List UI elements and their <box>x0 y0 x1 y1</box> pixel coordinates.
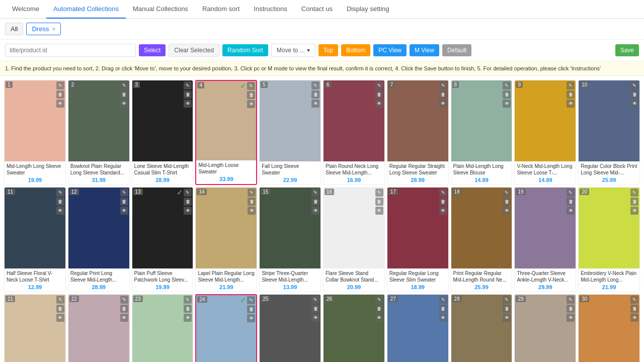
delete-icon[interactable]: 🗑 <box>120 305 128 313</box>
delete-icon[interactable]: 🗑 <box>120 90 128 99</box>
eye-icon[interactable]: 👁 <box>120 100 128 108</box>
product-card[interactable]: 23 ✎ 🗑 👁 Print Regular Regular Mid-Lengt… <box>132 294 194 362</box>
edit-icon[interactable]: ✎ <box>247 296 255 304</box>
delete-icon[interactable]: 🗑 <box>248 198 256 206</box>
eye-icon[interactable]: 👁 <box>439 100 447 108</box>
product-card[interactable]: 15 ✎ 🗑 👁 Stripe Three-Quarter Sleeve Mid… <box>259 187 321 292</box>
product-card[interactable]: 14 ✎ 🗑 👁 Lapel Plain Regular Long Sleeve… <box>195 187 257 292</box>
edit-icon[interactable]: ✎ <box>630 296 638 304</box>
delete-icon[interactable]: 🗑 <box>439 305 447 313</box>
delete-icon[interactable]: 🗑 <box>567 198 575 206</box>
nav-manual-collections[interactable]: Manual Collections <box>126 0 195 19</box>
product-card[interactable]: 3 ✎ 🗑 👁 Lone Sleeve Mid-Length Casual Sl… <box>132 80 194 185</box>
product-card[interactable]: 5 ✎ 🗑 👁 Fall Long Sleeve Sweater 22.99 <box>259 80 321 185</box>
eye-icon[interactable]: 👁 <box>439 314 447 322</box>
eye-icon[interactable]: 👁 <box>311 314 319 322</box>
edit-icon[interactable]: ✎ <box>56 81 64 89</box>
edit-icon[interactable]: ✎ <box>630 189 638 197</box>
eye-icon[interactable]: 👁 <box>56 207 64 215</box>
random-sort-button[interactable]: Random Sort <box>222 44 268 56</box>
eye-icon[interactable]: 👁 <box>375 100 383 108</box>
product-card[interactable]: 25 ✎ 🗑 👁 Regular Raglan Sleeve Patchwork… <box>259 294 321 362</box>
delete-icon[interactable]: 🗑 <box>56 305 64 313</box>
delete-icon[interactable]: 🗑 <box>184 198 192 206</box>
default-button[interactable]: Default <box>442 44 471 56</box>
edit-icon[interactable]: ✎ <box>120 81 128 89</box>
product-card[interactable]: 7 ✎ 🗑 👁 Regular Regular Straight Long Sl… <box>387 80 449 185</box>
product-card[interactable]: 21 ✎ 🗑 👁 Thin Regular Long Sleeve Loose … <box>4 294 66 362</box>
product-card[interactable]: 30 ✎ 🗑 👁 Color Block Lapel Print Mid-Len… <box>578 294 640 362</box>
delete-icon[interactable]: 🗑 <box>630 305 638 313</box>
product-card[interactable]: 26 ✎ 🗑 👁 type Regular Loose Standard Swe… <box>323 294 385 362</box>
product-card[interactable]: 12 ✎ 🗑 👁 Regular Print Long Sleeve Mid-L… <box>68 187 130 292</box>
product-card[interactable]: 24 ✓ ✎ 🗑 👁 Asymmetric Stripe Lapel Long … <box>195 294 257 362</box>
product-card[interactable]: 18 ✎ 🗑 👁 Print Regular Regular Mid-Lengt… <box>451 187 513 292</box>
clear-selected-button[interactable]: Clear Selected <box>169 44 219 57</box>
eye-icon[interactable]: 👁 <box>184 100 192 108</box>
edit-icon[interactable]: ✎ <box>184 296 192 304</box>
delete-icon[interactable]: 🗑 <box>630 198 638 206</box>
select-button[interactable]: Select <box>139 44 166 56</box>
eye-icon[interactable]: 👁 <box>630 207 638 215</box>
save-button[interactable]: Save <box>615 44 639 56</box>
eye-icon[interactable]: 👁 <box>56 314 64 322</box>
edit-icon[interactable]: ✎ <box>56 296 64 304</box>
delete-icon[interactable]: 🗑 <box>311 198 319 206</box>
eye-icon[interactable]: 👁 <box>567 207 575 215</box>
product-card[interactable]: 19 ✎ 🗑 👁 Three-Quarter Sleeve Ankle-Leng… <box>514 187 576 292</box>
edit-icon[interactable]: ✎ <box>503 189 511 197</box>
edit-icon[interactable]: ✎ <box>375 296 383 304</box>
edit-icon[interactable]: ✎ <box>439 189 447 197</box>
delete-icon[interactable]: 🗑 <box>311 305 319 313</box>
edit-icon[interactable]: ✎ <box>247 82 255 90</box>
delete-icon[interactable]: 🗑 <box>439 90 447 99</box>
nav-random-sort[interactable]: Random sort <box>195 0 247 19</box>
product-card[interactable]: 28 ✎ 🗑 👁 Print Regular Regular Loose Mid… <box>451 294 513 362</box>
product-card[interactable]: 4 ✓ ✎ 🗑 👁 Mid-Length Loose Sweater 33.99 <box>195 80 257 185</box>
product-card[interactable]: 16 ✎ 🗑 👁 Flare Sleeve Stand Collar Bowkn… <box>323 187 385 292</box>
nav-contact[interactable]: Contact us <box>294 0 340 19</box>
pc-view-button[interactable]: PC View <box>373 44 407 56</box>
eye-icon[interactable]: 👁 <box>311 207 319 215</box>
edit-icon[interactable]: ✎ <box>375 81 383 89</box>
product-card[interactable]: 27 ✎ 🗑 👁 Plain V-Neck Long Sleeve Mid-Le… <box>387 294 449 362</box>
delete-icon[interactable]: 🗑 <box>503 305 511 313</box>
edit-icon[interactable]: ✎ <box>567 81 575 89</box>
eye-icon[interactable]: 👁 <box>120 207 128 215</box>
edit-icon[interactable]: ✎ <box>120 296 128 304</box>
tab-all[interactable]: All <box>5 23 23 35</box>
edit-icon[interactable]: ✎ <box>56 189 64 197</box>
edit-icon[interactable]: ✎ <box>311 296 319 304</box>
eye-icon[interactable]: 👁 <box>503 314 511 322</box>
eye-icon[interactable]: 👁 <box>630 314 638 322</box>
delete-icon[interactable]: 🗑 <box>247 305 255 313</box>
eye-icon[interactable]: 👁 <box>630 100 638 108</box>
eye-icon[interactable]: 👁 <box>247 100 255 108</box>
nav-display[interactable]: Display setting <box>340 0 396 19</box>
tab-dress[interactable]: Dress × <box>26 23 61 35</box>
product-card[interactable]: 6 ✎ 🗑 👁 Plain Round Neck Long Sleeve Mid… <box>323 80 385 185</box>
edit-icon[interactable]: ✎ <box>567 296 575 304</box>
eye-icon[interactable]: 👁 <box>567 100 575 108</box>
eye-icon[interactable]: 👁 <box>56 100 64 108</box>
product-card[interactable]: 2 ✎ 🗑 👁 Bowknot Plain Regular Long Sleev… <box>68 80 130 185</box>
eye-icon[interactable]: 👁 <box>311 100 319 108</box>
delete-icon[interactable]: 🗑 <box>375 90 383 99</box>
product-card[interactable]: 20 ✎ 🗑 👁 Embroidery V-Neck Plain Mid-Len… <box>578 187 640 292</box>
delete-icon[interactable]: 🗑 <box>630 90 638 99</box>
delete-icon[interactable]: 🗑 <box>120 198 128 206</box>
delete-icon[interactable]: 🗑 <box>311 90 319 99</box>
edit-icon[interactable]: ✎ <box>630 81 638 89</box>
eye-icon[interactable]: 👁 <box>567 314 575 322</box>
edit-icon[interactable]: ✎ <box>120 189 128 197</box>
edit-icon[interactable]: ✎ <box>311 81 319 89</box>
eye-icon[interactable]: 👁 <box>375 314 383 322</box>
delete-icon[interactable]: 🗑 <box>567 90 575 99</box>
edit-icon[interactable]: ✎ <box>375 189 383 197</box>
delete-icon[interactable]: 🗑 <box>375 305 383 313</box>
delete-icon[interactable]: 🗑 <box>375 198 383 206</box>
delete-icon[interactable]: 🗑 <box>56 198 64 206</box>
product-card[interactable]: 1 ✎ 🗑 👁 Mid-Length Long Sleeve Sweater 1… <box>4 80 66 185</box>
eye-icon[interactable]: 👁 <box>184 314 192 322</box>
eye-icon[interactable]: 👁 <box>248 207 256 215</box>
